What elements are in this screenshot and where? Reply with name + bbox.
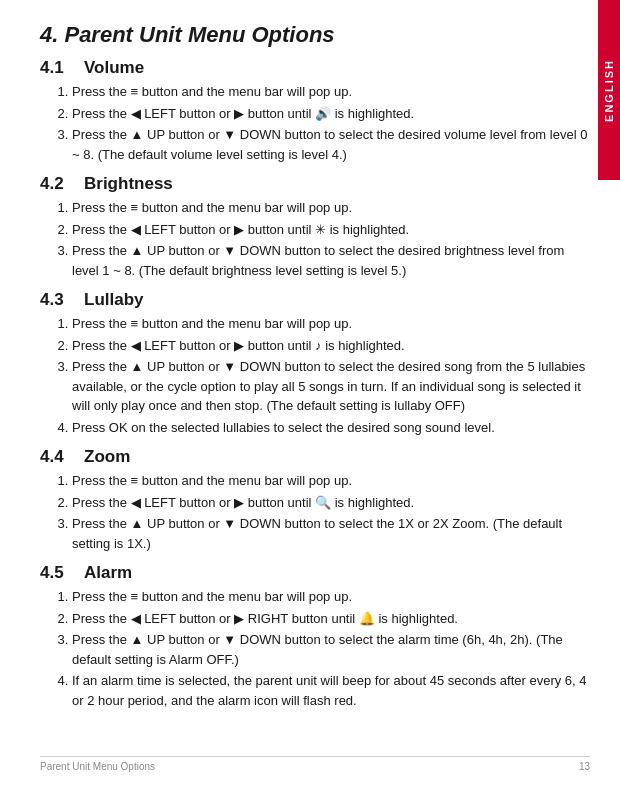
side-tab: ENGLISH [598, 0, 620, 180]
list-item: Press the ◀ LEFT button or ▶ button unti… [72, 493, 590, 513]
section-4.2: 4.2BrightnessPress the ≡ button and the … [40, 174, 590, 280]
section-list-4.3: Press the ≡ button and the menu bar will… [72, 314, 590, 437]
list-item: Press the ▲ UP button or ▼ DOWN button t… [72, 241, 590, 280]
section-number-4.3: 4.3 [40, 290, 68, 310]
list-item: Press the ≡ button and the menu bar will… [72, 471, 590, 491]
list-item: Press the ◀ LEFT button or ▶ button unti… [72, 336, 590, 356]
list-item: Press the ◀ LEFT button or ▶ RIGHT butto… [72, 609, 590, 629]
section-list-4.4: Press the ≡ button and the menu bar will… [72, 471, 590, 553]
section-4.5: 4.5AlarmPress the ≡ button and the menu … [40, 563, 590, 710]
sections-container: 4.1VolumePress the ≡ button and the menu… [40, 58, 590, 710]
footer-right: 13 [579, 761, 590, 772]
list-item: Press the ◀ LEFT button or ▶ button unti… [72, 220, 590, 240]
section-list-4.2: Press the ≡ button and the menu bar will… [72, 198, 590, 280]
section-header-4.2: 4.2Brightness [40, 174, 590, 194]
list-item: Press the ▲ UP button or ▼ DOWN button t… [72, 514, 590, 553]
section-title-4.1: Volume [84, 58, 144, 78]
section-header-4.4: 4.4Zoom [40, 447, 590, 467]
list-item: Press the ▲ UP button or ▼ DOWN button t… [72, 630, 590, 669]
page: ENGLISH 4. Parent Unit Menu Options 4.1V… [0, 0, 620, 786]
section-header-4.5: 4.5Alarm [40, 563, 590, 583]
section-number-4.2: 4.2 [40, 174, 68, 194]
section-number-4.1: 4.1 [40, 58, 68, 78]
list-item: Press the ≡ button and the menu bar will… [72, 198, 590, 218]
section-header-4.1: 4.1Volume [40, 58, 590, 78]
list-item: Press the ≡ button and the menu bar will… [72, 82, 590, 102]
footer: Parent Unit Menu Options 13 [40, 756, 590, 772]
side-tab-label: ENGLISH [603, 59, 615, 122]
section-header-4.3: 4.3Lullaby [40, 290, 590, 310]
footer-left: Parent Unit Menu Options [40, 761, 155, 772]
section-number-4.5: 4.5 [40, 563, 68, 583]
section-title-4.2: Brightness [84, 174, 173, 194]
section-number-4.4: 4.4 [40, 447, 68, 467]
list-item: Press the ≡ button and the menu bar will… [72, 587, 590, 607]
section-title-4.4: Zoom [84, 447, 130, 467]
section-4.1: 4.1VolumePress the ≡ button and the menu… [40, 58, 590, 164]
section-title-4.3: Lullaby [84, 290, 144, 310]
section-4.4: 4.4ZoomPress the ≡ button and the menu b… [40, 447, 590, 553]
list-item: Press the ▲ UP button or ▼ DOWN button t… [72, 357, 590, 416]
list-item: Press the ≡ button and the menu bar will… [72, 314, 590, 334]
section-list-4.1: Press the ≡ button and the menu bar will… [72, 82, 590, 164]
list-item: Press OK on the selected lullabies to se… [72, 418, 590, 438]
list-item: Press the ◀ LEFT button or ▶ button unti… [72, 104, 590, 124]
section-title-4.5: Alarm [84, 563, 132, 583]
section-list-4.5: Press the ≡ button and the menu bar will… [72, 587, 590, 710]
list-item: If an alarm time is selected, the parent… [72, 671, 590, 710]
page-title: 4. Parent Unit Menu Options [40, 22, 590, 48]
section-4.3: 4.3LullabyPress the ≡ button and the men… [40, 290, 590, 437]
list-item: Press the ▲ UP button or ▼ DOWN button t… [72, 125, 590, 164]
